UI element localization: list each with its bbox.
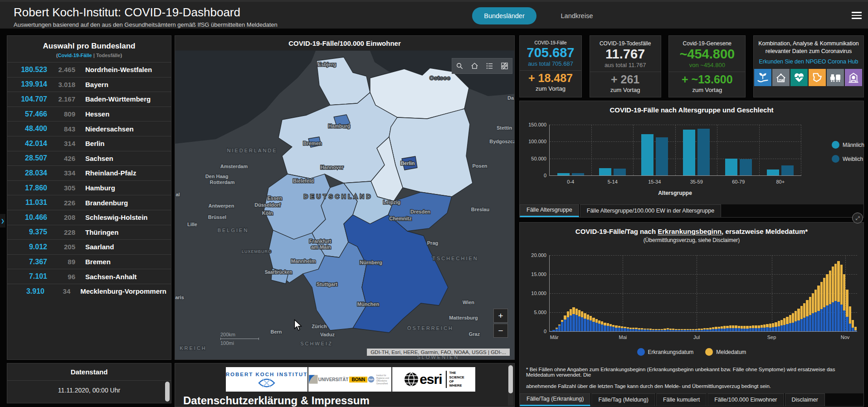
daily-bar[interactable]	[712, 327, 714, 331]
daily-bar[interactable]	[826, 274, 828, 331]
daily-bar[interactable]	[607, 323, 609, 331]
daily-bar[interactable]	[692, 329, 694, 331]
daily-bar[interactable]	[706, 328, 708, 331]
daily-bar[interactable]	[814, 290, 817, 331]
daily-tab[interactable]: Disclaimer	[785, 393, 825, 406]
daily-bar[interactable]	[854, 327, 857, 331]
daily-bar[interactable]	[797, 309, 800, 331]
daily-bar[interactable]	[758, 325, 760, 331]
daily-bar[interactable]	[652, 329, 654, 331]
bar-männlich[interactable]	[767, 170, 779, 175]
daily-bar[interactable]	[852, 320, 854, 331]
daily-bar[interactable]	[610, 324, 612, 331]
bar-weiblich[interactable]	[697, 129, 710, 175]
daily-tab[interactable]: Fälle kumuliert	[656, 393, 707, 406]
home-icon[interactable]	[467, 58, 482, 73]
bell-tower-icon[interactable]	[845, 69, 862, 86]
daily-bar[interactable]	[644, 329, 646, 331]
bundesland-row[interactable]: 139.9143.018Bayern	[7, 77, 171, 92]
daily-bar[interactable]	[647, 329, 649, 331]
daily-bar[interactable]	[703, 328, 706, 331]
daily-bar[interactable]	[832, 266, 834, 331]
daily-bar[interactable]	[746, 326, 748, 331]
daily-bar[interactable]	[701, 329, 703, 331]
npgeo-hub-link[interactable]: Erkunden Sie den NPGEO Corona Hub	[759, 58, 858, 65]
expand-chart-icon[interactable]: ⤢	[852, 213, 863, 223]
bundesland-row[interactable]: 48.400843Niedersachsen	[7, 121, 171, 136]
daily-bar[interactable]	[732, 325, 734, 331]
daily-bar[interactable]	[698, 329, 700, 331]
daily-bar[interactable]	[683, 329, 686, 331]
daily-bar[interactable]	[817, 286, 819, 331]
daily-bar[interactable]	[809, 297, 811, 331]
daily-bar[interactable]	[604, 323, 606, 331]
region-hatch-icon[interactable]	[809, 69, 826, 86]
daily-bar[interactable]	[635, 328, 637, 331]
daily-bar[interactable]	[552, 330, 555, 331]
daily-bar[interactable]	[661, 329, 663, 331]
sidebar-collapse-icon[interactable]: ❯	[0, 214, 5, 228]
legend-deaths-label[interactable]: Todesfälle	[96, 53, 121, 58]
daily-tab[interactable]: Fälle/Tag (Meldung)	[591, 393, 655, 406]
bundesland-row[interactable]: 28.507426Sachsen	[7, 151, 171, 166]
daily-bar[interactable]	[840, 265, 843, 331]
daily-bar[interactable]	[561, 320, 563, 331]
daily-bar[interactable]	[766, 324, 768, 331]
daily-bar[interactable]	[789, 315, 791, 331]
daily-bar[interactable]	[709, 328, 712, 331]
daily-bar[interactable]	[590, 316, 592, 331]
daily-bar[interactable]	[572, 307, 575, 331]
daily-bar[interactable]	[755, 325, 757, 331]
daily-bar[interactable]	[627, 327, 629, 331]
daily-bar[interactable]	[675, 329, 677, 331]
daily-bar[interactable]	[812, 293, 814, 331]
daily-bar[interactable]	[772, 323, 774, 331]
daily-bar[interactable]	[729, 325, 731, 331]
bundesland-row[interactable]: 3.91034Mecklenburg-Vorpommern	[7, 284, 171, 299]
bundesland-row[interactable]: 42.014314Berlin	[7, 136, 171, 151]
daily-bar[interactable]	[584, 313, 586, 331]
legend-item-meldedatum[interactable]: Meldedatum	[705, 348, 746, 356]
daily-bar[interactable]	[578, 310, 580, 331]
bar-weiblich[interactable]	[656, 137, 668, 175]
daily-bar[interactable]	[667, 328, 669, 331]
germany-choropleth-map[interactable]: OstseeNIEDERLANDEDEUTSCHLANDBELGIENTSCHE…	[175, 51, 514, 359]
daily-bar[interactable]	[741, 326, 743, 331]
daily-bar[interactable]	[649, 329, 652, 331]
zoom-out-button[interactable]: −	[493, 324, 508, 338]
daily-bar[interactable]	[612, 325, 614, 331]
bundesland-row[interactable]: 10.466208Schleswig-Holstein	[7, 210, 171, 225]
bar-männlich[interactable]	[725, 159, 737, 175]
daily-bar[interactable]	[663, 329, 666, 331]
daily-bar[interactable]	[655, 329, 657, 331]
toggle-bundeslaender-button[interactable]: Bundesländer	[472, 7, 536, 24]
daily-bar[interactable]	[641, 328, 643, 331]
map-canvas[interactable]: OstseeNIEDERLANDEDEUTSCHLANDBELGIENTSCHE…	[175, 51, 514, 359]
privacy-impressum-heading[interactable]: Datenschutzerklärung & Impressum	[183, 394, 370, 407]
daily-bar[interactable]	[621, 326, 623, 331]
bundesland-row[interactable]: 7.36789Bremen	[7, 254, 171, 269]
daily-bar[interactable]	[556, 328, 558, 331]
daily-bar[interactable]	[778, 321, 780, 331]
bundesland-row[interactable]: 7.10196Sachsen-Anhalt	[7, 269, 171, 284]
daily-bar[interactable]	[843, 274, 845, 331]
daily-bar[interactable]	[669, 329, 672, 331]
daily-bar[interactable]	[823, 278, 825, 331]
plant-hand-icon[interactable]	[754, 69, 771, 86]
daily-bar[interactable]	[761, 325, 763, 331]
bundesland-row[interactable]: 57.466809Hessen	[7, 107, 171, 121]
age-tab[interactable]: Fälle Altersgruppe	[520, 204, 579, 217]
daily-bar[interactable]	[598, 320, 600, 331]
daily-bar[interactable]	[775, 322, 777, 331]
daily-bar[interactable]	[672, 329, 674, 331]
bar-männlich[interactable]	[599, 168, 611, 175]
daily-bar[interactable]	[595, 319, 598, 331]
daily-bar[interactable]	[752, 325, 754, 331]
daily-bar[interactable]	[749, 326, 751, 331]
scrollbar-thumb[interactable]	[165, 382, 170, 402]
bar-männlich[interactable]	[683, 130, 695, 175]
bundesland-row[interactable]: 104.7072.167Baden-Württemberg	[7, 92, 171, 107]
daily-bar[interactable]	[550, 331, 552, 331]
daily-bar[interactable]	[726, 326, 728, 331]
bar-männlich[interactable]	[641, 134, 653, 175]
